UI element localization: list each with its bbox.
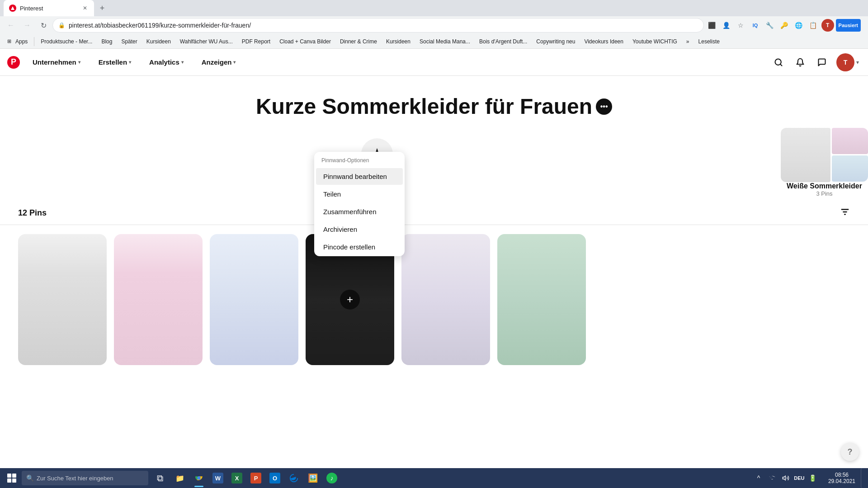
ext3-button[interactable]: 🔑 [778,19,791,32]
pin-card-6[interactable] [497,234,586,365]
chevron-down-icon-3: ▾ [181,60,184,65]
dropdown-item-teilen[interactable]: Teilen [316,186,403,202]
taskbar-chrome[interactable] [190,468,208,488]
bookmark-5[interactable]: Wahlfächer WU Aus... [176,38,236,46]
bookmark-1[interactable]: Produktsuche - Mer... [37,38,96,46]
nav-menu-unternehmen[interactable]: Unternehmen ▾ [27,55,86,70]
tab-favicon [9,5,16,12]
iq-button[interactable]: IQ [749,19,762,32]
tray-volume[interactable] [779,472,792,484]
back-button[interactable]: ← [4,18,18,33]
bookmark-14[interactable]: Youtube WICHTIG [629,38,681,46]
taskbar-explorer[interactable]: 📁 [171,468,189,488]
nav-menu-anzeigen[interactable]: Anzeigen ▾ [196,55,241,70]
messages-button[interactable] [813,53,831,71]
tray-battery[interactable]: 🔋 [807,472,819,484]
sub-board-card[interactable]: Weiße Sommerkleider 3 Pins [781,128,868,197]
extensions-button[interactable]: ⬛ [706,19,718,32]
url-text: pinterest.at/tobiasbecker061199/kurze-so… [69,22,698,29]
add-pin-button[interactable]: + [340,290,360,310]
nav-menu-analytics-label: Analytics [149,58,179,66]
more-options-button[interactable]: ••• [596,99,612,115]
user-avatar-btn[interactable]: T [821,19,834,32]
user-avatar: T [836,53,854,71]
bookmark-2-label: Blog [101,38,112,45]
bookmark-13-label: Videokurs Ideen [584,38,623,45]
avatar-dropdown[interactable]: T ▾ [835,52,861,73]
pin-card-1[interactable] [18,234,107,365]
taskbar-photos[interactable]: 🖼️ [304,468,322,488]
bookmark-4[interactable]: Kursideen [143,38,175,46]
bookmark-9[interactable]: Kursideen [382,38,414,46]
notifications-button[interactable] [791,53,809,71]
bookmark-5-label: Wahlfächer WU Aus... [180,38,233,45]
taskbar-search[interactable]: 🔍 Zur Suche Text hier eingeben [22,471,148,485]
star-button[interactable]: ☆ [735,19,747,32]
chrome-icon [193,473,204,483]
taskbar-word[interactable]: W [209,468,227,488]
tray-network[interactable] [766,472,778,484]
tab-bar: Pinterest ✕ + [0,0,868,16]
bookmark-apps[interactable]: ⊞ Apps [4,38,31,46]
bookmark-10[interactable]: Social Media Mana... [416,38,474,46]
nav-menu-erstellen[interactable]: Erstellen ▾ [93,55,137,70]
dropdown-item-archivieren[interactable]: Archivieren [316,221,403,238]
url-bar[interactable]: 🔒 pinterest.at/tobiasbecker061199/kurze-… [52,18,704,33]
forward-button[interactable]: → [20,18,34,33]
pinnwand-options-dropdown: Pinnwand-Optionen Pinnwand bearbeiten Te… [314,152,405,256]
lock-icon: 🔒 [58,22,65,28]
bookmark-14-label: Youtube WICHTIG [632,38,677,45]
tab-close-button[interactable]: ✕ [81,5,89,12]
bookmark-more[interactable]: » [683,38,693,46]
tab-title: Pinterest [20,5,78,12]
ext2-button[interactable]: 🔧 [764,19,776,32]
avatar-chevron-icon: ▾ [856,59,859,66]
taskbar-clock[interactable]: 08:56 29.04.2021 [825,472,859,484]
bookmark-12-label: Copywriting neu [536,38,575,45]
taskbar-spotify[interactable]: ♪ [323,468,341,488]
reload-button[interactable]: ↻ [36,18,51,33]
bookmark-divider [34,37,34,46]
pin-card-3[interactable] [210,234,298,365]
bookmark-15[interactable]: Leseliste [695,38,723,46]
bookmark-8[interactable]: Dinner & Crime [336,38,381,46]
bookmark-13[interactable]: Videokurs Ideen [580,38,627,46]
start-button[interactable] [4,470,20,486]
pins-bar: 12 Pins [0,202,868,225]
taskbar-outlook[interactable]: O [266,468,284,488]
taskbar-powerpoint[interactable]: P [247,468,265,488]
bookmarks-bar: ⊞ Apps Produktsuche - Mer... Blog Später… [0,34,868,49]
bookmark-2[interactable]: Blog [98,38,116,46]
dropdown-item-zusammenfuehren[interactable]: Zusammenführen [316,203,403,220]
active-tab[interactable]: Pinterest ✕ [4,0,94,16]
pin-card-2[interactable] [114,234,203,365]
help-button[interactable]: ? [841,443,859,461]
dropdown-item-bearbeiten[interactable]: Pinnwand bearbeiten [316,168,403,185]
dropdown-item-archivieren-label: Archivieren [323,225,357,233]
nav-menu-analytics[interactable]: Analytics ▾ [144,55,189,70]
bookmark-11[interactable]: Bois d'Argent Duft... [476,38,531,46]
photos-icon: 🖼️ [307,473,318,483]
show-desktop-button[interactable] [861,468,864,488]
filter-button[interactable] [840,207,850,219]
taskview-button[interactable]: ⧉ [150,468,170,488]
bookmark-7[interactable]: Cload + Canva Bilder [276,38,335,46]
ext5-button[interactable]: 📋 [807,19,820,32]
bookmark-15-label: Leseliste [698,38,720,45]
profile-button[interactable]: 👤 [720,19,733,32]
search-button[interactable] [769,53,788,71]
bookmark-12[interactable]: Copywriting neu [533,38,579,46]
nav-menu-erstellen-label: Erstellen [99,58,127,66]
tray-language[interactable]: DEU [793,472,806,484]
pin-card-5[interactable] [401,234,490,365]
taskbar-edge[interactable] [285,468,303,488]
dropdown-item-pincode[interactable]: Pincode erstellen [316,239,403,255]
tray-show-hidden[interactable]: ^ [752,472,765,484]
new-tab-button[interactable]: + [96,2,108,14]
taskbar-excel[interactable]: X [228,468,246,488]
bookmark-3[interactable]: Später [118,38,141,46]
pinterest-logo[interactable]: P [7,56,20,69]
bookmark-6[interactable]: PDF Report [238,38,274,46]
ext4-button[interactable]: 🌐 [793,19,805,32]
pause-btn[interactable]: Pausiert [836,19,861,32]
